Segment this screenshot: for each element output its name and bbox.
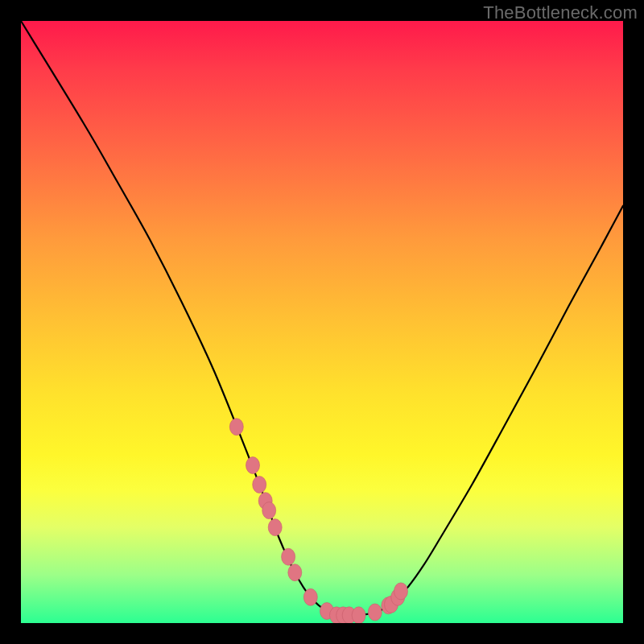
- watermark-text: TheBottleneck.com: [483, 2, 638, 23]
- plot-area: [21, 21, 623, 623]
- marker-dot: [229, 419, 243, 436]
- marker-dot: [268, 519, 282, 536]
- marker-dot: [368, 604, 382, 621]
- chart-container: TheBottleneck.com: [0, 0, 644, 644]
- bottleneck-curve: [21, 21, 623, 616]
- curve-svg: [21, 21, 623, 623]
- marker-dot: [253, 477, 266, 493]
- marker-dot: [394, 583, 408, 600]
- marker-dot: [246, 457, 260, 474]
- marker-dot: [352, 607, 365, 623]
- marker-dot: [262, 502, 276, 519]
- marker-group: [229, 419, 407, 623]
- marker-dot: [303, 588, 317, 605]
- marker-dot: [282, 548, 295, 565]
- marker-dot: [288, 564, 302, 581]
